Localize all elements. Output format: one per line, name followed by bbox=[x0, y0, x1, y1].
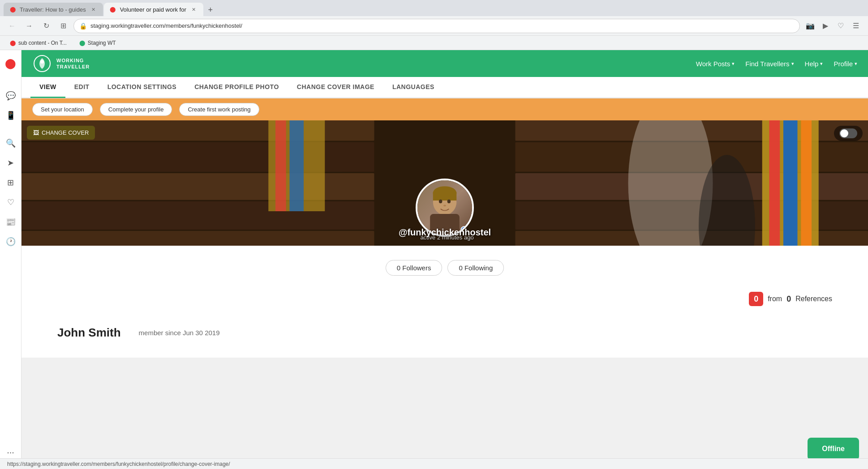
sidebar-flow-icon[interactable]: ➤ bbox=[3, 155, 19, 171]
tab-view[interactable]: VIEW bbox=[30, 77, 65, 98]
sidebar-search-icon[interactable]: 🔍 bbox=[3, 135, 19, 151]
references-count: 0 bbox=[786, 294, 791, 304]
tab-2[interactable]: ⬤ Volunteer or paid work for ✕ bbox=[104, 3, 203, 16]
change-cover-button[interactable]: 🖼 CHANGE COVER bbox=[27, 126, 95, 140]
sidebar-more-icon[interactable]: ··· bbox=[3, 444, 19, 460]
app-layout: ⬤ 💬 📱 🔍 ➤ ⊞ ♡ 📰 🕐 ··· WORKING TRAVEL bbox=[0, 50, 868, 465]
change-cover-icon: 🖼 bbox=[33, 129, 39, 136]
tab2-favicon: ⬤ bbox=[109, 6, 116, 13]
toggle-thumb bbox=[840, 129, 848, 137]
tab-languages[interactable]: LANGUAGES bbox=[383, 77, 443, 98]
change-cover-label: CHANGE COVER bbox=[42, 129, 89, 136]
site-header: WORKING TRAVELLER Work Posts ▾ Find Trav… bbox=[21, 50, 868, 77]
site-nav: Work Posts ▾ Find Travellers ▾ Help ▾ Pr… bbox=[696, 60, 857, 68]
tab-change-profile-photo[interactable]: CHANGE PROFILE PHOTO bbox=[185, 77, 288, 98]
sidebar-apps-icon[interactable]: ⊞ bbox=[3, 175, 19, 191]
svg-point-31 bbox=[443, 205, 446, 206]
bookmark-1[interactable]: ⬤ sub content - On T... bbox=[7, 39, 69, 47]
member-since: member since Jun 30 2019 bbox=[139, 329, 220, 337]
logo-area: WORKING TRAVELLER bbox=[32, 54, 90, 73]
tab2-close[interactable]: ✕ bbox=[190, 5, 198, 13]
logo-line1: WORKING bbox=[56, 57, 90, 64]
bookmark2-favicon: ⬤ bbox=[79, 40, 85, 46]
logo-text: WORKING TRAVELLER bbox=[56, 57, 90, 70]
nav-work-posts[interactable]: Work Posts ▾ bbox=[696, 60, 735, 68]
nav-profile[interactable]: Profile ▾ bbox=[834, 60, 857, 68]
main-content: WORKING TRAVELLER Work Posts ▾ Find Trav… bbox=[21, 50, 868, 465]
svg-point-29 bbox=[439, 200, 443, 203]
references-box: 0 from 0 References bbox=[749, 292, 832, 306]
logo-line2: TRAVELLER bbox=[56, 64, 90, 70]
svg-rect-19 bbox=[801, 120, 812, 246]
logo-icon bbox=[32, 54, 52, 73]
forward-button[interactable]: → bbox=[22, 19, 36, 33]
help-chevron: ▾ bbox=[820, 61, 823, 67]
sidebar: ⬤ 💬 📱 🔍 ➤ ⊞ ♡ 📰 🕐 ··· bbox=[0, 50, 21, 465]
following-button[interactable]: 0 Following bbox=[447, 260, 504, 276]
references-from: from bbox=[768, 295, 782, 303]
browser-tabs: ⬤ Traveller: How to - guides ✕ ⬤ Volunte… bbox=[0, 0, 868, 16]
set-location-button[interactable]: Set your location bbox=[32, 103, 93, 116]
below-cover: 0 Followers 0 Following 0 from 0 bbox=[21, 246, 868, 358]
member-name: John Smith bbox=[57, 326, 121, 340]
tab-location-settings[interactable]: LOCATION SETTINGS bbox=[99, 77, 185, 98]
address-bar[interactable]: 🔒 staging.workingtraveller.com/members/f… bbox=[73, 19, 800, 33]
sidebar-news-icon[interactable]: 📰 bbox=[3, 214, 19, 230]
work-posts-chevron: ▾ bbox=[732, 61, 735, 67]
svg-rect-32 bbox=[438, 211, 451, 214]
tab-change-cover-image[interactable]: CHANGE COVER IMAGE bbox=[288, 77, 383, 98]
grid-button[interactable]: ⊞ bbox=[56, 19, 70, 33]
tab1-close[interactable]: ✕ bbox=[90, 5, 98, 13]
sidebar-messenger-icon[interactable]: 💬 bbox=[3, 88, 19, 104]
svg-rect-18 bbox=[783, 120, 798, 246]
complete-profile-button[interactable]: Complete your profile bbox=[100, 103, 172, 116]
browser-toolbar: ← → ↻ ⊞ 🔒 staging.workingtraveller.com/m… bbox=[0, 16, 868, 36]
references-badge: 0 bbox=[749, 292, 763, 306]
svg-rect-8 bbox=[21, 231, 374, 246]
nav-find-travellers[interactable]: Find Travellers ▾ bbox=[745, 60, 794, 68]
cover-area: 🖼 CHANGE COVER bbox=[21, 120, 868, 246]
find-travellers-chevron: ▾ bbox=[791, 61, 794, 67]
sidebar-history-icon[interactable]: 🕐 bbox=[3, 234, 19, 250]
camera-icon[interactable]: 📷 bbox=[804, 19, 817, 33]
bookmark2-label: Staging WT bbox=[88, 40, 116, 46]
svg-point-1 bbox=[40, 60, 44, 64]
profile-tabs: VIEW EDIT LOCATION SETTINGS CHANGE PROFI… bbox=[21, 77, 868, 98]
followers-button[interactable]: 0 Followers bbox=[386, 260, 443, 276]
followers-row: 0 Followers 0 Following bbox=[21, 253, 868, 283]
heart-icon[interactable]: ♡ bbox=[834, 19, 847, 33]
reload-button[interactable]: ↻ bbox=[39, 19, 53, 33]
followers-count: 0 bbox=[397, 264, 400, 272]
svg-rect-22 bbox=[290, 120, 304, 211]
username-area: @funkychickenhostel active 2 minutes ago bbox=[416, 233, 473, 241]
address-text: staging.workingtraveller.com/members/fun… bbox=[90, 22, 242, 29]
svg-rect-21 bbox=[275, 120, 286, 211]
menu-icon[interactable]: ☰ bbox=[849, 19, 863, 33]
following-count: 0 bbox=[459, 264, 462, 272]
svg-point-30 bbox=[447, 200, 451, 203]
bookmarks-bar: ⬤ sub content - On T... ⬤ Staging WT bbox=[0, 36, 868, 50]
bookmark-2[interactable]: ⬤ Staging WT bbox=[77, 39, 119, 47]
status-bar: https://staging.workingtraveller.com/mem… bbox=[0, 458, 868, 469]
profile-chevron: ▾ bbox=[855, 61, 857, 67]
toolbar-icons: 📷 ▶ ♡ ☰ bbox=[804, 19, 863, 33]
back-button[interactable]: ← bbox=[5, 19, 19, 33]
cast-icon[interactable]: ▶ bbox=[819, 19, 832, 33]
sidebar-whatsapp-icon[interactable]: 📱 bbox=[3, 107, 19, 124]
offline-button[interactable]: Offline bbox=[808, 438, 859, 460]
action-bar: Set your location Complete your profile … bbox=[21, 98, 868, 120]
sidebar-opera-logo[interactable]: ⬤ bbox=[3, 55, 19, 72]
tab2-label: Volunteer or paid work for bbox=[120, 6, 186, 13]
bookmark1-favicon: ⬤ bbox=[10, 40, 16, 46]
new-tab-button[interactable]: + bbox=[204, 4, 217, 16]
create-work-posting-button[interactable]: Create first work posting bbox=[179, 103, 259, 116]
nav-help[interactable]: Help ▾ bbox=[805, 60, 823, 68]
visibility-toggle[interactable] bbox=[834, 126, 863, 141]
browser-frame: ⬤ Traveller: How to - guides ✕ ⬤ Volunte… bbox=[0, 0, 868, 50]
tab-1[interactable]: ⬤ Traveller: How to - guides ✕ bbox=[4, 3, 103, 16]
references-label: References bbox=[795, 295, 832, 303]
references-section: 0 from 0 References bbox=[21, 283, 868, 315]
tab-edit[interactable]: EDIT bbox=[65, 77, 99, 98]
sidebar-favorites-icon[interactable]: ♡ bbox=[3, 194, 19, 210]
profile-username: @funkychickenhostel bbox=[399, 227, 491, 238]
